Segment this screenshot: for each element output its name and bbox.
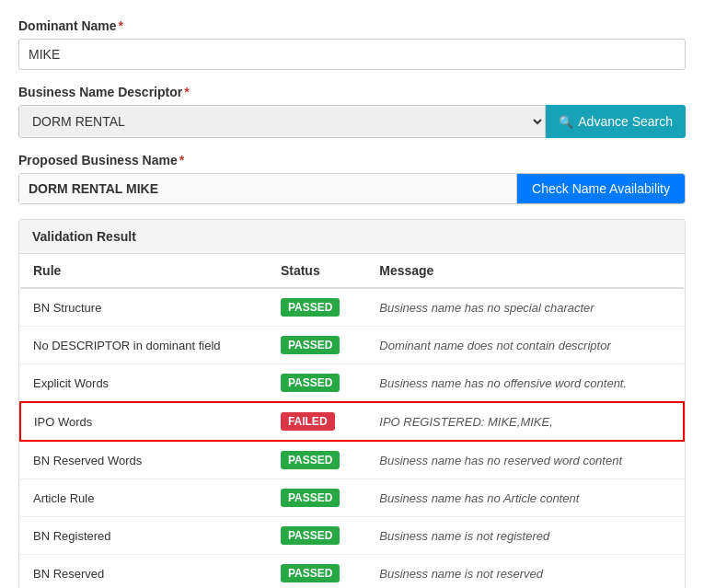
proposed-required: *: [179, 153, 184, 167]
business-name-descriptor-label-text: Business Name Descriptor: [18, 85, 182, 99]
validation-result-section: Validation Result Rule Status Message BN…: [18, 219, 686, 588]
cell-message: Dominant name does not contain descripto…: [366, 327, 684, 364]
proposed-business-name-label-text: Proposed Business Name: [18, 153, 178, 167]
dominant-name-required: *: [119, 18, 123, 33]
dominant-name-label: Dominant Name*: [18, 18, 686, 33]
table-row: BN Reserved WordsPASSEDBusiness name has…: [20, 441, 684, 479]
cell-message: Business name is not reserved: [366, 555, 684, 589]
cell-rule: No DESCRIPTOR in dominant field: [20, 327, 268, 364]
cell-status: PASSED: [268, 517, 366, 555]
status-badge-passed: PASSED: [281, 374, 340, 392]
cell-rule: BN Reserved: [20, 555, 268, 589]
cell-status: PASSED: [268, 288, 366, 327]
status-badge-passed: PASSED: [281, 526, 340, 545]
business-name-descriptor-select[interactable]: DORM RENTAL: [18, 105, 546, 138]
cell-message: Business name has no Article content: [366, 479, 684, 517]
status-badge-passed: PASSED: [281, 451, 340, 469]
dominant-name-label-text: Dominant Name: [18, 18, 117, 33]
proposed-business-name-label: Proposed Business Name*: [18, 153, 686, 167]
cell-status: FAILED: [268, 402, 366, 441]
check-name-availability-button[interactable]: Check Name Availability: [517, 174, 685, 203]
validation-section-title: Validation Result: [32, 229, 136, 244]
cell-message: Business name has no special character: [366, 288, 684, 327]
cell-status: PASSED: [268, 555, 366, 589]
cell-status: PASSED: [268, 364, 366, 403]
validation-table: Rule Status Message BN StructurePASSEDBu…: [19, 254, 685, 588]
cell-rule: BN Reserved Words: [20, 441, 268, 479]
table-row: No DESCRIPTOR in dominant fieldPASSEDDom…: [20, 327, 684, 364]
cell-rule: BN Registered: [20, 517, 268, 555]
status-badge-failed: FAILED: [281, 412, 335, 431]
table-row: BN StructurePASSEDBusiness name has no s…: [20, 288, 684, 327]
cell-status: PASSED: [268, 327, 366, 364]
cell-message: IPO REGISTERED: MIKE,MIKE,: [366, 402, 684, 441]
col-header-status: Status: [268, 254, 366, 288]
proposed-business-name-value: DORM RENTAL MIKE: [19, 174, 517, 203]
cell-rule: IPO Words: [20, 402, 268, 441]
cell-status: PASSED: [268, 441, 366, 479]
dominant-name-input[interactable]: MIKE: [18, 39, 686, 70]
descriptor-input-group: DORM RENTAL Advance Search: [18, 105, 686, 138]
status-badge-passed: PASSED: [281, 564, 340, 582]
advance-search-label: Advance Search: [578, 114, 673, 129]
cell-message: Business name is not registered: [366, 517, 684, 555]
search-icon: [559, 114, 573, 129]
table-row: BN RegisteredPASSEDBusiness name is not …: [20, 517, 684, 555]
check-name-availability-label: Check Name Availability: [532, 181, 670, 196]
status-badge-passed: PASSED: [281, 336, 340, 354]
table-row: IPO WordsFAILEDIPO REGISTERED: MIKE,MIKE…: [20, 402, 684, 441]
descriptor-required: *: [184, 85, 189, 99]
dominant-name-group: Dominant Name* MIKE: [18, 18, 686, 70]
table-row: Explicit WordsPASSEDBusiness name has no…: [20, 364, 684, 403]
cell-rule: Explicit Words: [20, 364, 268, 403]
validation-header: Validation Result: [19, 220, 685, 254]
status-badge-passed: PASSED: [281, 489, 340, 507]
col-header-rule: Rule: [20, 254, 268, 288]
cell-rule: Article Rule: [20, 479, 268, 517]
cell-message: Business name has no offensive word cont…: [366, 364, 684, 403]
col-header-message: Message: [366, 254, 684, 288]
validation-table-header-row: Rule Status Message: [20, 254, 684, 288]
cell-status: PASSED: [268, 479, 366, 517]
proposed-business-name-group: Proposed Business Name* DORM RENTAL MIKE…: [18, 153, 686, 204]
cell-message: Business name has no reserved word conte…: [366, 441, 684, 479]
proposed-name-input-group: DORM RENTAL MIKE Check Name Availability: [18, 173, 686, 204]
cell-rule: BN Structure: [20, 288, 268, 327]
table-row: BN ReservedPASSEDBusiness name is not re…: [20, 555, 684, 589]
business-name-descriptor-group: Business Name Descriptor* DORM RENTAL Ad…: [18, 85, 686, 138]
status-badge-passed: PASSED: [281, 298, 340, 317]
business-name-descriptor-label: Business Name Descriptor*: [18, 85, 686, 99]
advance-search-button[interactable]: Advance Search: [546, 105, 686, 138]
table-row: Article RulePASSEDBusiness name has no A…: [20, 479, 684, 517]
